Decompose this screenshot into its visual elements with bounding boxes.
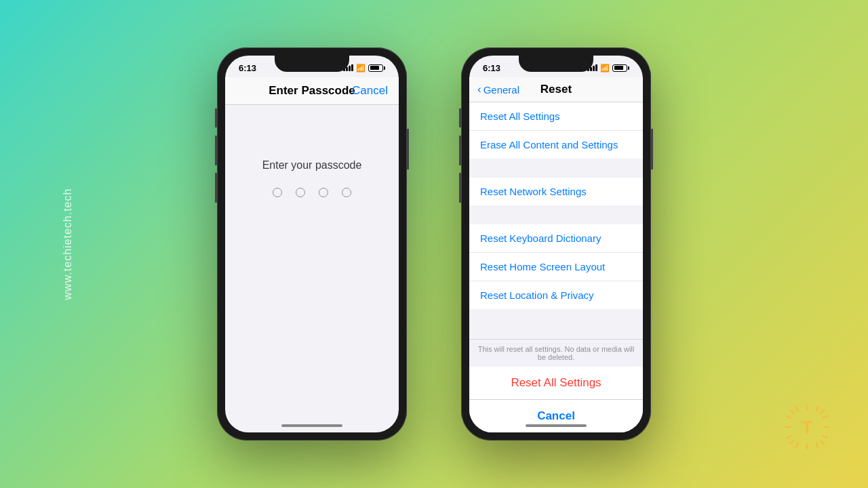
- reset-home-screen-label: Reset Home Screen Layout: [480, 261, 605, 272]
- home-indicator-2: [526, 424, 587, 427]
- reset-keyboard-label: Reset Keyboard Dictionary: [480, 232, 601, 244]
- svg-line-8: [796, 407, 798, 411]
- watermark: www.techietech.tech: [62, 188, 74, 300]
- reset-keyboard-item[interactable]: Reset Keyboard Dictionary: [469, 224, 643, 253]
- phone-passcode: 6:13 📶 Enter Passcode Cancel: [217, 47, 407, 441]
- reset-all-settings-item[interactable]: Reset All Settings: [469, 102, 643, 131]
- passcode-dot-3: [319, 188, 328, 197]
- reset-all-settings-label: Reset All Settings: [480, 110, 560, 122]
- svg-line-7: [790, 441, 793, 444]
- passcode-label: Enter your passcode: [262, 159, 362, 171]
- passcode-dot-2: [296, 188, 305, 197]
- alert-cancel-button[interactable]: Cancel: [469, 400, 643, 432]
- phone2-screen: 6:13 📶 ‹ General Res: [469, 56, 643, 432]
- reset-location-label: Reset Location & Privacy: [480, 289, 594, 301]
- battery-icon-2: [612, 64, 629, 72]
- erase-all-content-label: Erase All Content and Settings: [480, 139, 618, 150]
- notch-2: [519, 56, 593, 72]
- reset-section-1: Reset All Settings Erase All Content and…: [469, 102, 643, 159]
- alert-confirm-button[interactable]: Reset All Settings: [469, 367, 643, 400]
- svg-line-14: [796, 443, 798, 448]
- reset-location-item[interactable]: Reset Location & Privacy: [469, 281, 643, 309]
- passcode-dot-1: [273, 188, 282, 197]
- reset-home-screen-item[interactable]: Reset Home Screen Layout: [469, 253, 643, 281]
- logo-badge: T: [783, 403, 831, 451]
- svg-line-11: [823, 416, 828, 418]
- svg-line-6: [821, 410, 824, 413]
- erase-all-content-item[interactable]: Erase All Content and Settings: [469, 131, 643, 159]
- wifi-icon-2: 📶: [600, 64, 610, 73]
- passcode-dot-4: [342, 188, 351, 197]
- status-icons-1: 📶: [343, 64, 385, 73]
- svg-line-9: [816, 407, 818, 411]
- back-label: General: [484, 84, 519, 96]
- status-icons-2: 📶: [587, 64, 629, 73]
- svg-line-13: [823, 436, 828, 439]
- time-display-1: 6:13: [239, 63, 256, 73]
- reset-list: Reset All Settings Erase All Content and…: [469, 102, 643, 309]
- svg-line-5: [821, 441, 824, 444]
- notch: [275, 56, 349, 72]
- divider-1: [469, 159, 643, 178]
- time-display-2: 6:13: [483, 63, 500, 73]
- divider-2: [469, 205, 643, 224]
- alert-message: This will reset all settings. No data or…: [469, 339, 643, 367]
- watermark-text: www.techietech.tech: [62, 188, 73, 300]
- phones-container: 6:13 📶 Enter Passcode Cancel: [217, 47, 651, 441]
- passcode-dots[interactable]: [273, 188, 351, 197]
- reset-network-label: Reset Network Settings: [480, 186, 587, 197]
- home-indicator-1: [281, 424, 342, 427]
- back-button[interactable]: ‹ General: [477, 83, 519, 96]
- phone-reset: 6:13 📶 ‹ General Res: [461, 47, 651, 441]
- svg-line-15: [816, 443, 818, 448]
- logo-svg: T: [783, 403, 831, 451]
- passcode-nav-title: Enter Passcode: [269, 84, 355, 98]
- passcode-navbar: Enter Passcode Cancel: [225, 77, 399, 105]
- svg-line-12: [787, 436, 791, 439]
- chevron-left-icon: ‹: [477, 83, 481, 96]
- wifi-icon-1: 📶: [356, 64, 366, 73]
- svg-text:T: T: [801, 417, 812, 438]
- reset-section-2: Reset Network Settings: [469, 178, 643, 205]
- reset-network-item[interactable]: Reset Network Settings: [469, 178, 643, 205]
- passcode-content: Enter your passcode: [225, 159, 399, 197]
- cancel-button[interactable]: Cancel: [352, 84, 388, 98]
- svg-line-10: [787, 416, 791, 418]
- reset-alert-sheet: This will reset all settings. No data or…: [469, 339, 643, 432]
- phone1-screen: 6:13 📶 Enter Passcode Cancel: [225, 56, 399, 432]
- reset-navbar: ‹ General Reset: [469, 77, 643, 102]
- reset-section-3: Reset Keyboard Dictionary Reset Home Scr…: [469, 224, 643, 309]
- svg-line-4: [790, 410, 793, 413]
- battery-icon-1: [368, 64, 385, 72]
- reset-nav-title: Reset: [540, 83, 572, 96]
